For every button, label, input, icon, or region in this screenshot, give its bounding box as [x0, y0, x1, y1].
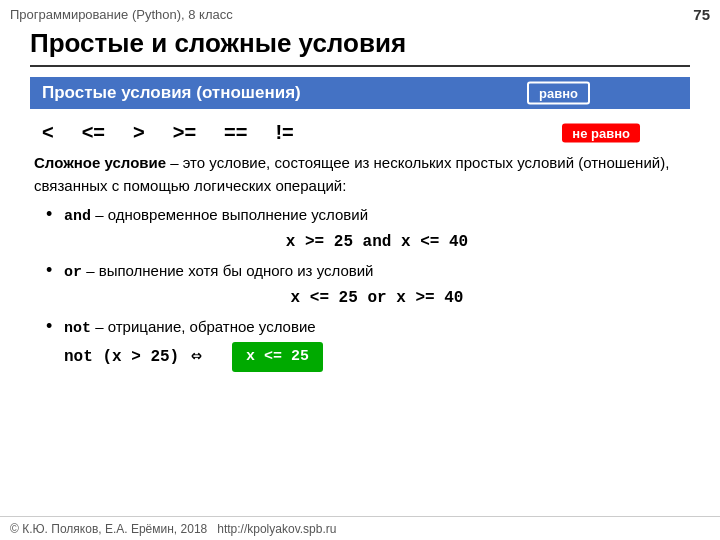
operators-row: < <= > >= == != не равно — [30, 117, 690, 148]
not-expr: not (x > 25) — [64, 345, 179, 370]
op-le: <= — [82, 121, 105, 144]
copyright: © К.Ю. Поляков, Е.А. Ерёмин, 2018 — [10, 522, 207, 536]
arrow-icon: ⇔ — [191, 343, 202, 371]
keyword-or: or — [64, 264, 82, 281]
list-item-and: and – одновременное выполнение условий x… — [46, 203, 690, 255]
complex-intro: Сложное условие – это условие, состоящее… — [30, 152, 690, 197]
bullet-list: and – одновременное выполнение условий x… — [30, 203, 690, 372]
keyword-not: not — [64, 320, 91, 337]
footer: © К.Ю. Поляков, Е.А. Ерёмин, 2018 http:/… — [0, 516, 720, 540]
page-number: 75 — [693, 6, 710, 23]
url: http://kpolyakov.spb.ru — [217, 522, 336, 536]
badge-ravno: равно — [527, 82, 590, 105]
op-ne: != — [275, 121, 293, 144]
badge-neravno: не равно — [562, 123, 640, 142]
not-description: – отрицание, обратное условие — [95, 318, 315, 335]
and-code: x >= 25 and x <= 40 — [64, 230, 690, 255]
or-description: – выполнение хотя бы одного из условий — [86, 262, 373, 279]
not-code: not (x > 25) ⇔ x <= 25 — [64, 342, 690, 371]
complex-bold: Сложное условие — [34, 154, 166, 171]
op-gt: > — [133, 121, 145, 144]
or-code: x <= 25 or x >= 40 — [64, 286, 690, 311]
simple-header-text: Простые условия (отношения) — [42, 83, 301, 103]
list-item-not: not – отрицание, обратное условие not (x… — [46, 315, 690, 372]
keyword-and: and — [64, 208, 91, 225]
page-title: Простые и сложные условия — [30, 28, 690, 67]
op-eq: == — [224, 121, 247, 144]
top-bar: Программирование (Python), 8 класс 75 — [0, 0, 720, 28]
op-ge: >= — [173, 121, 196, 144]
course-label: Программирование (Python), 8 класс — [10, 7, 233, 22]
and-description: – одновременное выполнение условий — [95, 206, 368, 223]
main-content: Простые и сложные условия Простые услови… — [0, 28, 720, 516]
badge-x-le-25: x <= 25 — [232, 342, 323, 371]
simple-conditions-header: Простые условия (отношения) равно — [30, 77, 690, 109]
list-item-or: or – выполнение хотя бы одного из услови… — [46, 259, 690, 311]
op-lt: < — [42, 121, 54, 144]
